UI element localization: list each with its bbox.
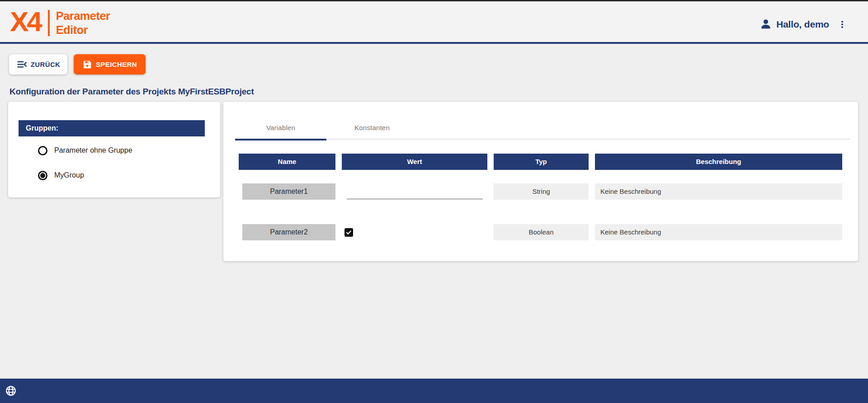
radio-unselected-icon[interactable] — [38, 146, 47, 155]
logo-divider — [48, 10, 50, 36]
app-header: X4 Parameter Editor Hallo, demo — [0, 1, 868, 44]
product-name: Parameter Editor — [56, 9, 110, 39]
x4-logo: X4 — [10, 4, 41, 39]
column-header-wert: Wert — [342, 154, 487, 170]
param-name-cell: Parameter2 — [242, 224, 335, 240]
parameter-table: Name Wert Typ Beschreibung Parameter1 St… — [239, 154, 842, 240]
page-title: Konfiguration der Parameter des Projekts… — [9, 87, 254, 97]
table-row: Parameter1 String Keine Beschreibung — [239, 183, 842, 200]
value-checkbox-checked[interactable] — [344, 228, 353, 237]
radio-selected-icon[interactable] — [38, 171, 47, 180]
person-icon — [760, 18, 772, 31]
column-header-beschreibung: Beschreibung — [595, 154, 842, 170]
back-button-label: ZURÜCK — [31, 61, 61, 68]
param-type-cell: String — [494, 183, 589, 200]
greeting-text: Hallo, demo — [776, 19, 829, 30]
group-option-label: Parameter ohne Gruppe — [54, 146, 132, 155]
product-name-line2: Editor — [56, 23, 110, 37]
column-header-name: Name — [239, 154, 335, 170]
table-row: Parameter2 Boolean Keine Beschreibung — [239, 224, 842, 240]
param-name-cell: Parameter1 — [242, 183, 335, 200]
param-value-cell — [342, 224, 487, 240]
param-value-cell — [342, 183, 487, 200]
param-description-cell: Keine Beschreibung — [595, 183, 842, 200]
param-type-cell: Boolean — [494, 224, 589, 240]
column-header-typ: Typ — [494, 154, 589, 170]
param-description-cell: Keine Beschreibung — [595, 224, 842, 240]
kebab-menu-icon[interactable] — [837, 18, 847, 31]
save-button-label: SPEICHERN — [96, 61, 137, 68]
group-option-mygroup[interactable]: MyGroup — [38, 169, 84, 181]
table-header-row: Name Wert Typ Beschreibung — [239, 154, 842, 170]
globe-icon[interactable] — [5, 385, 17, 397]
parameters-panel: Variablen Konstanten Name Wert Typ Besch… — [223, 102, 858, 261]
footer-bar — [0, 379, 868, 403]
tab-konstanten[interactable]: Konstanten — [326, 116, 418, 140]
groups-panel: Gruppen: Parameter ohne Gruppe MyGroup — [8, 102, 220, 197]
floppy-save-icon — [82, 60, 92, 70]
groups-panel-header: Gruppen: — [19, 120, 205, 136]
app-logo: X4 Parameter Editor — [10, 4, 110, 39]
tab-bar: Variablen Konstanten — [235, 116, 850, 140]
menu-open-back-icon — [16, 59, 28, 70]
group-option-no-group[interactable]: Parameter ohne Gruppe — [38, 145, 132, 156]
save-button[interactable]: SPEICHERN — [74, 54, 146, 75]
tab-variablen[interactable]: Variablen — [235, 116, 326, 140]
value-text-input[interactable] — [347, 186, 483, 199]
user-block: Hallo, demo — [760, 18, 847, 31]
back-button[interactable]: ZURÜCK — [9, 54, 67, 75]
product-name-line1: Parameter — [56, 9, 110, 23]
group-option-label: MyGroup — [54, 171, 84, 179]
